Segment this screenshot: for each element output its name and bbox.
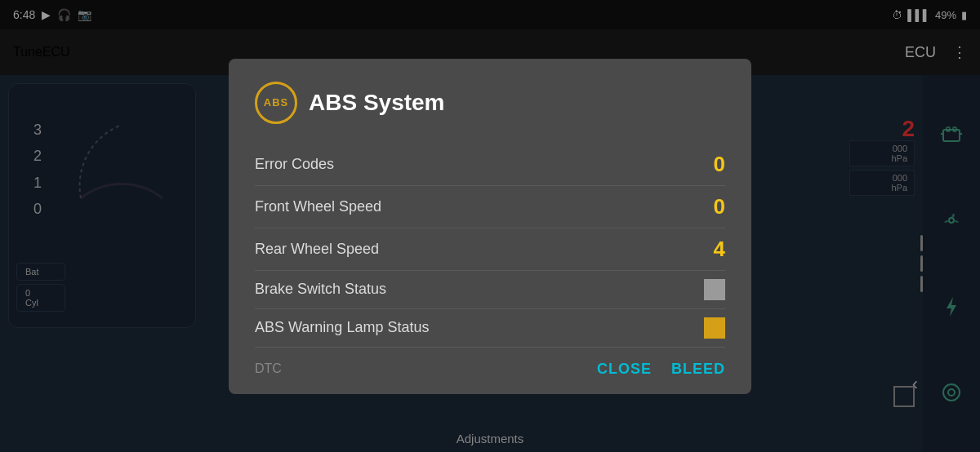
label-front-wheel-speed: Front Wheel Speed <box>255 198 381 215</box>
dtc-label[interactable]: DTC <box>255 361 282 376</box>
row-brake-switch-status: Brake Switch Status <box>255 271 725 309</box>
abs-modal: ABS ABS System Error Codes 0 Front Wheel… <box>229 59 751 394</box>
label-error-codes: Error Codes <box>255 156 334 173</box>
row-abs-warning-lamp: ABS Warning Lamp Status <box>255 309 725 348</box>
bleed-button[interactable]: BLEED <box>671 361 725 378</box>
label-brake-switch-status: Brake Switch Status <box>255 281 386 298</box>
label-abs-warning-lamp: ABS Warning Lamp Status <box>255 319 429 336</box>
abs-icon: ABS <box>255 82 297 124</box>
modal-backdrop: ABS ABS System Error Codes 0 Front Wheel… <box>0 0 980 452</box>
modal-title: ABS System <box>309 90 445 116</box>
value-error-codes: 0 <box>714 152 725 177</box>
value-rear-wheel-speed: 4 <box>714 237 725 262</box>
close-button[interactable]: CLOSE <box>597 361 652 378</box>
row-error-codes: Error Codes 0 <box>255 144 725 186</box>
modal-header: ABS ABS System <box>255 82 725 124</box>
row-front-wheel-speed: Front Wheel Speed 0 <box>255 186 725 228</box>
modal-footer: DTC CLOSE BLEED <box>255 348 725 378</box>
row-rear-wheel-speed: Rear Wheel Speed 4 <box>255 228 725 271</box>
label-rear-wheel-speed: Rear Wheel Speed <box>255 241 379 258</box>
value-front-wheel-speed: 0 <box>714 194 725 219</box>
footer-buttons: CLOSE BLEED <box>597 361 725 378</box>
abs-warning-lamp-indicator <box>704 317 725 339</box>
brake-switch-indicator <box>704 279 725 300</box>
